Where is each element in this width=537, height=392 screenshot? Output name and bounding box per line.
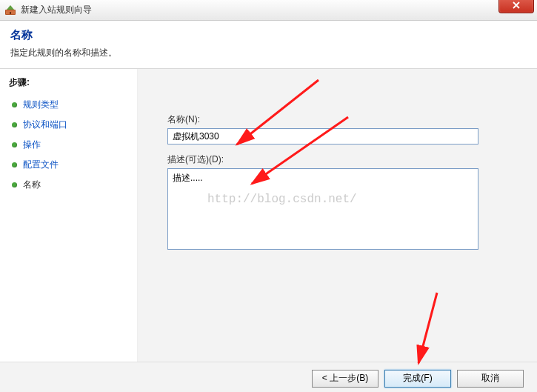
step-profile[interactable]: 配置文件 bbox=[9, 155, 128, 175]
close-button[interactable] bbox=[498, 0, 534, 13]
steps-sidebar: 步骤: 规则类型 协议和端口 操作 配置文件 名称 bbox=[0, 69, 138, 362]
bullet-icon bbox=[12, 122, 17, 127]
window-title: 新建入站规则向导 bbox=[21, 4, 533, 16]
back-button[interactable]: < 上一步(B) bbox=[312, 370, 378, 388]
svg-rect-2 bbox=[10, 12, 11, 14]
step-rule-type[interactable]: 规则类型 bbox=[9, 95, 128, 115]
step-protocol-port[interactable]: 协议和端口 bbox=[9, 115, 128, 135]
bullet-icon bbox=[12, 142, 17, 147]
step-action[interactable]: 操作 bbox=[9, 135, 128, 155]
window-titlebar: 新建入站规则向导 bbox=[0, 0, 537, 21]
name-input[interactable] bbox=[167, 128, 478, 144]
step-name: 名称 bbox=[9, 175, 128, 195]
wizard-header: 名称 指定此规则的名称和描述。 bbox=[0, 21, 537, 69]
description-textarea[interactable] bbox=[167, 168, 478, 250]
wizard-content: 名称(N): 描述(可选)(D): bbox=[138, 69, 537, 362]
wizard-footer: < 上一步(B) 完成(F) 取消 bbox=[0, 362, 537, 392]
finish-button[interactable]: 完成(F) bbox=[384, 370, 451, 388]
close-icon bbox=[513, 1, 520, 9]
steps-heading: 步骤: bbox=[9, 76, 128, 89]
page-subtitle: 指定此规则的名称和描述。 bbox=[10, 47, 527, 59]
description-label: 描述(可选)(D): bbox=[167, 153, 515, 166]
bullet-icon bbox=[12, 102, 17, 107]
cancel-button[interactable]: 取消 bbox=[457, 370, 524, 388]
name-label: 名称(N): bbox=[167, 113, 515, 126]
page-title: 名称 bbox=[10, 28, 527, 42]
app-icon bbox=[4, 4, 16, 16]
bullet-icon bbox=[12, 162, 17, 167]
bullet-icon bbox=[12, 182, 17, 187]
